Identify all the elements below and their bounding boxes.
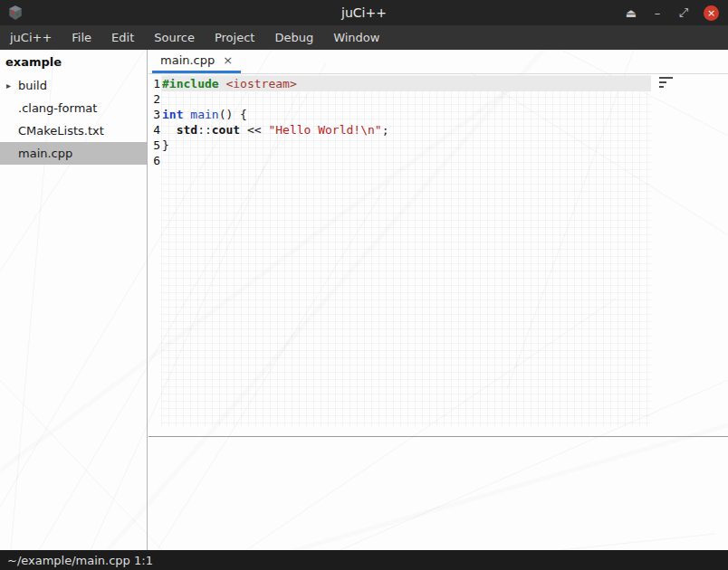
code-line: }	[162, 138, 651, 153]
minimize-button[interactable]: –	[651, 6, 664, 20]
code-token: ::	[197, 123, 212, 137]
tree-item-main-cpp[interactable]: main.cpp	[0, 142, 147, 165]
code-token: "Hello World!\n"	[268, 123, 381, 137]
menu-item-file[interactable]: File	[62, 25, 101, 50]
code-lines[interactable]: #include <iostream>int main() { std::cou…	[162, 76, 651, 168]
menu-item-juci[interactable]: juCi++	[0, 25, 62, 50]
code-token: <iostream>	[225, 77, 296, 90]
minimap-line	[659, 86, 664, 88]
tab-label: main.cpp	[160, 53, 215, 67]
line-number: 3	[148, 107, 160, 122]
code-line	[162, 153, 651, 168]
code-token: int	[162, 108, 183, 121]
tree-item-cmakelists-txt[interactable]: CMakeLists.txt	[0, 119, 147, 142]
project-root-label[interactable]: example	[0, 50, 147, 74]
line-number: 6	[148, 153, 160, 168]
menu-item-project[interactable]: Project	[205, 25, 264, 50]
tab-close-icon[interactable]: ×	[223, 54, 233, 66]
sidebar: example ▸build.clang-formatCMakeLists.tx…	[0, 50, 148, 550]
app-window: juCi++ ⏏ – ⤢ × juCi++FileEditSourceProje…	[0, 0, 728, 570]
window-title: juCi++	[0, 0, 728, 25]
window-controls: ⏏ – ⤢ ×	[625, 0, 719, 25]
code-token	[162, 123, 177, 137]
code-token: () {	[219, 108, 247, 121]
eject-button[interactable]: ⏏	[625, 6, 637, 20]
code-token: main	[190, 108, 218, 121]
code-token: ;	[382, 123, 389, 137]
menu-item-source[interactable]: Source	[144, 25, 205, 50]
menu-item-edit[interactable]: Edit	[101, 25, 144, 50]
minimap[interactable]	[659, 77, 675, 90]
code-line	[162, 91, 651, 107]
menu-item-debug[interactable]: Debug	[264, 25, 323, 50]
line-number: 2	[148, 91, 160, 107]
minimap-line	[659, 81, 666, 83]
menu-item-window[interactable]: Window	[323, 25, 389, 50]
line-number: 4	[148, 122, 160, 138]
statusbar: ~/example/main.cpp 1:1	[0, 550, 728, 570]
code-token: std	[177, 123, 197, 137]
code-token: cout	[212, 123, 240, 137]
code-line: #include <iostream>	[162, 76, 651, 91]
code-line: int main() {	[162, 107, 651, 122]
bottom-panel	[148, 438, 728, 550]
menubar: juCi++FileEditSourceProjectDebugWindow	[0, 25, 728, 50]
code-line: std::cout << "Hello World!\n";	[162, 122, 651, 138]
tree-item-build[interactable]: ▸build	[0, 74, 147, 97]
tree-item-label: build	[18, 79, 47, 92]
line-number: 1	[148, 76, 160, 91]
line-number: 5	[148, 138, 160, 153]
editor: 123456 #include <iostream>int main() { s…	[148, 74, 728, 437]
tab-main-cpp[interactable]: main.cpp ×	[152, 50, 241, 73]
tabbar: main.cpp ×	[148, 50, 728, 74]
tree-item--clang-format[interactable]: .clang-format	[0, 97, 147, 119]
expander-icon[interactable]: ▸	[0, 81, 18, 90]
tree-item-label: main.cpp	[18, 147, 72, 160]
statusbar-text: ~/example/main.cpp 1:1	[7, 554, 153, 567]
file-tree: ▸build.clang-formatCMakeLists.txtmain.cp…	[0, 74, 147, 165]
restore-button[interactable]: ⤢	[677, 5, 690, 20]
tree-item-label: CMakeLists.txt	[18, 124, 104, 138]
titlebar: juCi++ ⏏ – ⤢ ×	[0, 0, 728, 25]
code-token: <<	[240, 123, 268, 137]
code-token: }	[162, 138, 169, 152]
minimap-line	[659, 77, 673, 79]
close-button[interactable]: ×	[704, 5, 719, 21]
gutter: 123456	[148, 76, 160, 168]
code-token: #include	[162, 77, 219, 90]
tree-item-label: .clang-format	[18, 101, 97, 115]
